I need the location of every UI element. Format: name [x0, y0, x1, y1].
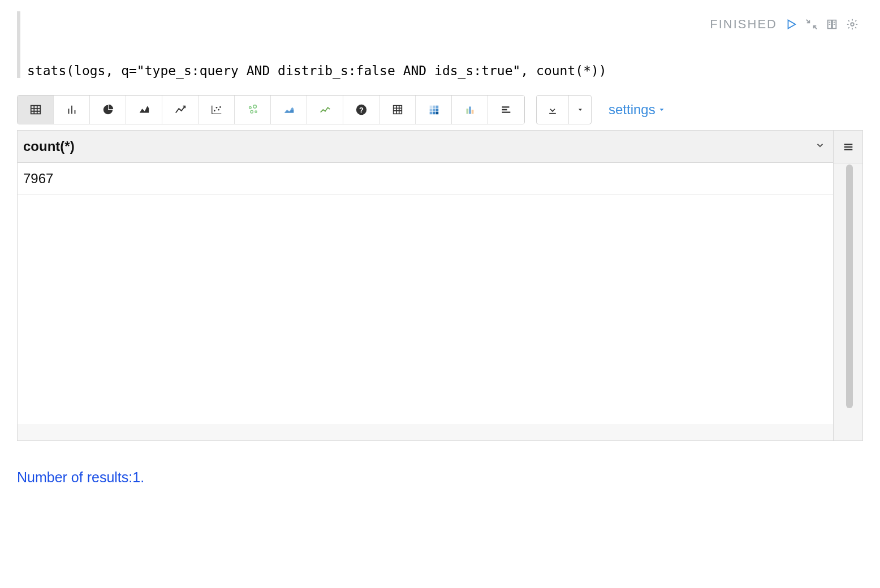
line-chart-button[interactable]: [162, 96, 199, 124]
svg-rect-37: [433, 109, 435, 111]
svg-rect-35: [435, 106, 438, 109]
area-chart-button[interactable]: [126, 96, 162, 124]
stacked-area-button[interactable]: [271, 96, 307, 124]
table-menu-button[interactable]: [834, 131, 862, 163]
settings-link[interactable]: settings: [609, 102, 666, 118]
svg-point-20: [218, 109, 219, 111]
svg-rect-43: [469, 107, 471, 114]
status-label: FINISHED: [710, 17, 777, 32]
svg-point-22: [249, 107, 251, 109]
svg-point-21: [219, 106, 221, 108]
horizontal-bar-button[interactable]: [488, 96, 524, 124]
svg-rect-34: [433, 106, 435, 109]
vertical-scrollbar[interactable]: [834, 163, 862, 440]
code-cell: FINISHED stats(logs, q="type_s:query AND…: [17, 11, 863, 78]
bubble-chart-button[interactable]: [235, 96, 271, 124]
svg-rect-8: [31, 106, 40, 114]
book-icon[interactable]: [826, 18, 838, 31]
table-header-row: count(*): [18, 131, 833, 163]
svg-rect-41: [435, 112, 438, 115]
code-text[interactable]: stats(logs, q="type_s:query AND distrib_…: [27, 35, 863, 78]
cell-value: 7967: [23, 171, 53, 186]
column-sort-icon[interactable]: [815, 140, 825, 153]
download-button[interactable]: [537, 96, 568, 124]
download-group: [536, 95, 592, 124]
svg-rect-39: [429, 112, 432, 115]
viz-toolbar: ? settings: [17, 95, 863, 130]
chart-type-group: ?: [17, 95, 525, 124]
scroll-thumb[interactable]: [846, 165, 853, 408]
svg-marker-0: [788, 20, 796, 29]
gear-icon[interactable]: [846, 18, 859, 31]
column-header[interactable]: count(*): [23, 139, 75, 154]
help-button[interactable]: ?: [343, 96, 379, 124]
settings-label: settings: [609, 102, 655, 118]
code-gutter: [17, 11, 20, 78]
pie-chart-button[interactable]: [90, 96, 126, 124]
svg-rect-33: [429, 106, 432, 109]
svg-point-7: [851, 23, 854, 26]
svg-point-18: [213, 110, 215, 111]
table-view-button[interactable]: [18, 96, 54, 124]
grouped-bar-button[interactable]: [452, 96, 488, 124]
results-count-text: Number of results:1.: [17, 469, 863, 486]
svg-marker-49: [579, 109, 582, 111]
bar-chart-button[interactable]: [54, 96, 90, 124]
svg-point-24: [250, 110, 253, 113]
svg-rect-48: [549, 113, 556, 114]
pivot-table-button[interactable]: [379, 96, 416, 124]
run-icon[interactable]: [785, 18, 797, 31]
svg-rect-38: [435, 109, 438, 111]
svg-text:?: ?: [359, 106, 364, 114]
table-side-gutter: [833, 131, 862, 440]
results-table: count(*) 7967: [17, 130, 863, 441]
cell-header: FINISHED: [27, 11, 863, 35]
svg-rect-28: [393, 106, 402, 114]
trend-line-button[interactable]: [307, 96, 343, 124]
svg-point-23: [253, 105, 256, 109]
collapse-icon[interactable]: [805, 18, 818, 31]
table-footer: [18, 425, 833, 440]
svg-rect-36: [429, 109, 432, 111]
svg-point-19: [215, 107, 217, 109]
download-dropdown[interactable]: [568, 96, 591, 124]
svg-rect-44: [471, 110, 473, 114]
heatmap-button[interactable]: [416, 96, 452, 124]
table-row: 7967: [18, 163, 833, 195]
svg-rect-40: [433, 112, 435, 115]
svg-marker-50: [659, 109, 663, 111]
svg-point-25: [254, 111, 256, 113]
svg-rect-42: [466, 109, 468, 114]
scatter-chart-button[interactable]: [199, 96, 235, 124]
